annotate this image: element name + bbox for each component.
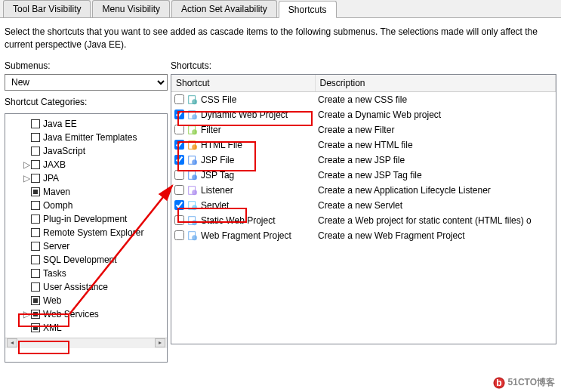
category-item[interactable]: ▷JPA [7, 171, 165, 185]
shortcut-row[interactable]: JSP TagCreate a new JSP Tag file [171, 168, 556, 183]
category-item[interactable]: User Assistance [7, 280, 165, 294]
category-item[interactable]: Plug-in Development [7, 212, 165, 226]
shortcut-checkbox[interactable] [174, 200, 184, 210]
svg-text:b: b [496, 378, 501, 388]
categories-label: Shortcut Categories: [5, 95, 168, 110]
shortcut-checkbox[interactable] [174, 215, 184, 225]
shortcut-description: Create a new Application Lifecycle Liste… [315, 183, 556, 198]
category-checkbox[interactable] [31, 296, 40, 305]
tree-twisty[interactable]: ▷ [22, 159, 31, 170]
svg-point-11 [192, 174, 197, 180]
categories-tree[interactable]: Java EEJava Emitter TemplatesJavaScript▷… [5, 113, 168, 363]
category-checkbox[interactable] [31, 215, 40, 224]
category-checkbox[interactable] [31, 310, 40, 319]
listener-icon [187, 185, 198, 196]
category-item[interactable]: ▷Web Services [7, 307, 165, 321]
category-checkbox[interactable] [31, 242, 40, 251]
shortcut-row[interactable]: HTML FileCreate a new HTML file [171, 137, 556, 153]
shortcut-label: JSP File [201, 155, 234, 165]
shortcuts-table: Shortcut Description CSS FileCreate a ne… [171, 75, 556, 243]
svg-point-1 [192, 99, 197, 104]
shortcuts-table-wrap[interactable]: Shortcut Description CSS FileCreate a ne… [171, 74, 556, 344]
shortcut-row[interactable]: CSS FileCreate a new CSS file [171, 91, 556, 107]
category-item[interactable]: Oomph [7, 199, 165, 212]
shortcut-label: Static Web Project [201, 215, 275, 226]
shortcut-row[interactable]: Dynamic Web ProjectCreate a Dynamic Web … [171, 107, 556, 122]
submenus-combo[interactable]: New [5, 74, 168, 91]
shortcut-label: HTML File [201, 140, 242, 150]
scroll-right-arrow[interactable]: ▸ [155, 338, 165, 347]
category-item[interactable]: XML [7, 321, 165, 335]
tree-twisty[interactable]: ▷ [22, 309, 31, 319]
shortcut-label: Listener [201, 185, 233, 196]
shortcut-checkbox[interactable] [174, 230, 184, 240]
shortcut-checkbox[interactable] [174, 110, 184, 119]
shortcut-row[interactable]: ListenerCreate a new Application Lifecyc… [171, 183, 556, 198]
category-item[interactable]: Tasks [7, 267, 165, 280]
category-item[interactable]: Server [7, 239, 165, 253]
category-item[interactable]: ▷JAXB [7, 158, 165, 171]
shortcut-description: Create a new Servlet [315, 198, 556, 213]
shortcut-checkbox[interactable] [174, 170, 184, 180]
category-checkbox[interactable] [31, 323, 40, 332]
shortcut-checkbox[interactable] [174, 155, 184, 165]
col-description[interactable]: Description [315, 75, 556, 92]
tab-action-set-availability[interactable]: Action Set Availability [171, 0, 277, 17]
category-checkbox[interactable] [31, 282, 40, 292]
category-checkbox[interactable] [31, 269, 40, 278]
shortcut-checkbox[interactable] [174, 185, 184, 195]
shortcut-checkbox[interactable] [174, 125, 184, 134]
page-description: Select the shortcuts that you want to se… [0, 18, 561, 59]
shortcut-row[interactable]: Web Fragment ProjectCreate a new Web Fra… [171, 228, 556, 243]
svg-point-13 [192, 190, 197, 195]
dynweb-icon [187, 110, 198, 120]
tab-shortcuts[interactable]: Shortcuts [279, 1, 337, 18]
category-checkbox[interactable] [31, 147, 40, 156]
webfrag-icon [187, 230, 198, 241]
shortcut-checkbox[interactable] [174, 140, 184, 150]
category-label: Server [43, 241, 69, 252]
watermark-icon: b [493, 377, 505, 389]
shortcut-row[interactable]: ServletCreate a new Servlet [171, 198, 556, 213]
category-label: Web [43, 295, 61, 306]
category-checkbox[interactable] [31, 174, 40, 183]
scroll-left-arrow[interactable]: ◂ [7, 338, 17, 347]
shortcut-row[interactable]: JSP FileCreate a new JSP file [171, 153, 556, 168]
category-label: Java EE [43, 119, 77, 129]
svg-point-19 [192, 235, 197, 240]
category-item[interactable]: Maven [7, 185, 165, 199]
category-checkbox[interactable] [31, 119, 40, 128]
category-checkbox[interactable] [31, 228, 40, 237]
tree-twisty[interactable]: ▷ [22, 173, 31, 184]
shortcut-label: CSS File [201, 94, 236, 105]
category-item[interactable]: SQL Development [7, 253, 165, 267]
shortcut-label: Dynamic Web Project [201, 110, 288, 120]
tab-menu-visibility[interactable]: Menu Visibility [92, 0, 169, 17]
submenus-label: Submenus: [5, 59, 168, 74]
tab-toolbar-visibility[interactable]: Tool Bar Visibility [3, 0, 91, 17]
category-item[interactable]: Java Emitter Templates [7, 131, 165, 144]
category-item[interactable]: Remote System Explorer [7, 226, 165, 239]
categories-h-scroll[interactable]: ◂ ▸ [5, 338, 167, 348]
category-label: Remote System Explorer [43, 227, 143, 238]
category-item[interactable]: Web [7, 294, 165, 307]
category-label: XML [43, 323, 62, 333]
shortcut-description: Create a Web project for static content … [315, 213, 556, 228]
shortcut-description: Create a new JSP Tag file [315, 168, 556, 183]
col-shortcut[interactable]: Shortcut [171, 75, 315, 92]
category-checkbox[interactable] [31, 160, 40, 169]
category-label: Java Emitter Templates [43, 132, 137, 143]
category-checkbox[interactable] [31, 187, 40, 196]
shortcut-row[interactable]: FilterCreate a new Filter [171, 122, 556, 137]
shortcut-checkbox[interactable] [174, 94, 184, 104]
category-checkbox[interactable] [31, 133, 40, 142]
category-checkbox[interactable] [31, 255, 40, 264]
svg-point-15 [192, 205, 197, 210]
tab-bar: Tool Bar Visibility Menu Visibility Acti… [0, 0, 561, 18]
category-item[interactable]: JavaScript [7, 144, 165, 158]
shortcut-row[interactable]: Static Web ProjectCreate a Web project f… [171, 213, 556, 228]
category-checkbox[interactable] [31, 201, 40, 210]
shortcut-description: Create a new JSP file [315, 153, 556, 168]
category-label: SQL Development [43, 255, 117, 265]
category-item[interactable]: Java EE [7, 117, 165, 131]
